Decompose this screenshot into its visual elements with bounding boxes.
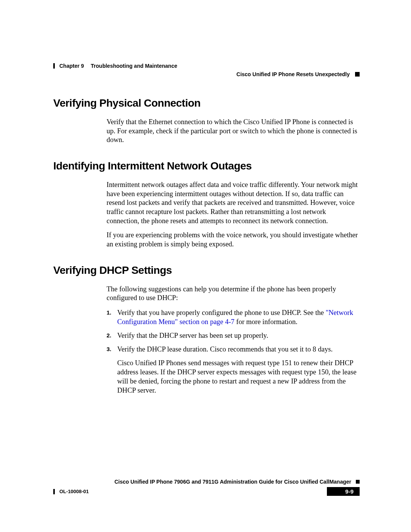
document-id: OL-10008-01 — [59, 489, 89, 494]
paragraph: The following suggestions can help you d… — [107, 285, 360, 303]
page-content: Verifying Physical Connection Verify tha… — [53, 63, 360, 395]
list-item-text: Verify that the DHCP server has been set… — [117, 332, 268, 339]
book-title: Cisco Unified IP Phone 7906G and 7911G A… — [115, 479, 351, 485]
paragraph: Cisco Unified IP Phones send messages wi… — [117, 358, 360, 395]
footer-title-row: Cisco Unified IP Phone 7906G and 7911G A… — [53, 479, 360, 485]
heading-physical-connection: Verifying Physical Connection — [53, 97, 360, 109]
paragraph: Intermittent network outages affect data… — [107, 181, 360, 225]
footer-rule-icon — [53, 489, 55, 494]
document-page: Chapter 9 Troubleshooting and Maintenanc… — [0, 0, 411, 532]
section-body: Intermittent network outages affect data… — [107, 181, 360, 249]
header-sub-row: Cisco Unified IP Phone Resets Unexpected… — [53, 71, 360, 77]
paragraph: If you are experiencing problems with th… — [107, 231, 360, 249]
list-item-text: for more information. — [234, 318, 297, 326]
section-body: The following suggestions can help you d… — [107, 285, 360, 395]
chapter-label: Chapter 9 — [59, 63, 84, 69]
list-item-text: Verify the DHCP lease duration. Cisco re… — [117, 345, 333, 353]
page-number: 9-9 — [327, 487, 360, 496]
list-item-text: Verify that you have properly configured… — [117, 309, 326, 316]
list-item: Verify that the DHCP server has been set… — [107, 331, 360, 340]
section-body: Verify that the Ethernet connection to w… — [107, 118, 360, 145]
header-rule-icon — [53, 63, 55, 69]
page-header: Chapter 9 Troubleshooting and Maintenanc… — [53, 63, 360, 77]
heading-network-outages: Identifying Intermittent Network Outages — [53, 160, 360, 172]
paragraph: Verify that the Ethernet connection to w… — [107, 118, 360, 145]
header-top-row: Chapter 9 Troubleshooting and Maintenanc… — [53, 63, 360, 69]
square-marker-icon — [356, 480, 360, 484]
page-footer: Cisco Unified IP Phone 7906G and 7911G A… — [53, 479, 360, 496]
list-item: Verify that you have properly configured… — [107, 308, 360, 326]
list-item: Verify the DHCP lease duration. Cisco re… — [107, 345, 360, 354]
footer-bottom-row: OL-10008-01 9-9 — [53, 487, 360, 496]
footer-left: OL-10008-01 — [53, 489, 89, 494]
section-reference: Cisco Unified IP Phone Resets Unexpected… — [236, 71, 350, 77]
square-marker-icon — [355, 72, 360, 77]
heading-dhcp-settings: Verifying DHCP Settings — [53, 264, 360, 276]
ordered-list: Verify that you have properly configured… — [107, 308, 360, 354]
chapter-title: Troubleshooting and Maintenance — [91, 63, 177, 69]
